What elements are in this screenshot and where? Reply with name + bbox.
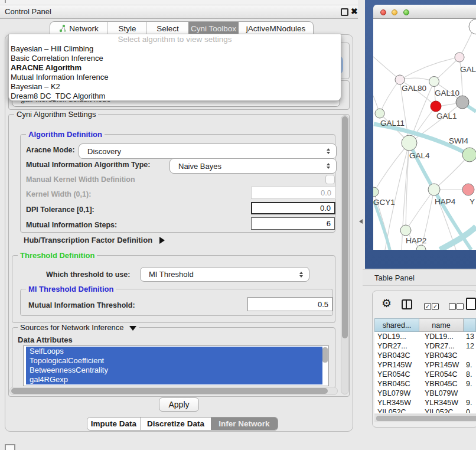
svg-text:GAL4: GAL4 — [409, 151, 430, 160]
dropdown-item[interactable]: Bayesian – Hill Climbing — [9, 44, 341, 54]
table-row[interactable]: YBR043CYBR043C — [374, 351, 476, 360]
node-gal2 — [455, 53, 464, 62]
float-panel-icon[interactable] — [5, 444, 15, 450]
table-row[interactable]: YIL052CYIL052C0. — [374, 407, 476, 413]
column-header-third[interactable] — [464, 318, 476, 332]
deselect-checkbox-icon[interactable] — [449, 303, 456, 310]
data-attributes-list[interactable]: SelfLoops TopologicalCoefficient Between… — [23, 345, 329, 386]
which-threshold-label: Which threshold to use: — [46, 270, 130, 279]
close-window-icon[interactable] — [380, 9, 386, 15]
tab-network[interactable]: Network — [50, 22, 107, 35]
dpi-tolerance-field[interactable]: 0.0 — [251, 202, 335, 214]
tab-discretize-data-label: Discretize Data — [147, 419, 204, 428]
tab-select[interactable]: Select — [146, 22, 188, 35]
svg-text:GCY1: GCY1 — [373, 198, 395, 207]
kernel-width-field[interactable]: 0.0 — [251, 187, 335, 199]
node-gal11 — [375, 109, 384, 118]
manual-kernel-checkbox[interactable] — [325, 175, 335, 184]
node — [469, 19, 476, 34]
which-threshold-combo[interactable]: MI Threshold — [140, 267, 309, 282]
svg-text:GAL: GAL — [460, 65, 476, 74]
node-labels: GAL GAL80 GAL10 GAL1 GAL11 SWI4 GAL4 GCY… — [373, 65, 476, 245]
screenshot-root: Control Panel ✖ Network Style Select Cyn… — [0, 0, 476, 450]
splitter-collapse-icon[interactable] — [359, 219, 363, 224]
network-window-titlebar[interactable] — [373, 5, 476, 19]
collapse-down-icon — [129, 326, 136, 331]
network-canvas[interactable]: GAL GAL80 GAL10 GAL1 GAL11 SWI4 GAL4 GCY… — [373, 19, 476, 250]
list-item[interactable]: gal4RGexp — [26, 375, 322, 384]
table-hscrollbar-thumb[interactable] — [376, 416, 476, 421]
float-window-icon[interactable] — [341, 8, 348, 16]
table-row[interactable]: YDR27...YDR27...12 — [374, 341, 476, 351]
table-row[interactable]: YBL079WYBL079W — [374, 389, 476, 398]
tab-impute-data[interactable]: Impute Data — [87, 418, 140, 430]
column-header-shared-label: shared... — [383, 321, 412, 330]
list-item[interactable]: SelfLoops — [26, 347, 322, 356]
mi-threshold-title: MI Threshold Definition — [26, 285, 116, 294]
node-salmon — [462, 184, 474, 195]
minimize-window-icon[interactable] — [392, 9, 397, 15]
table-row[interactable]: YBR045CYBR045C9. — [374, 379, 476, 389]
dropdown-item-selected[interactable]: ARACNE Algorithm — [9, 63, 341, 73]
tab-jactivemnodules[interactable]: jActiveMNodules — [239, 22, 313, 35]
table-row[interactable]: YER054CYER054C8. — [374, 370, 476, 379]
mi-threshold-field[interactable]: 0.5 — [247, 297, 332, 311]
tab-cyni-toolbox[interactable]: Cyni Toolbox — [188, 22, 239, 35]
combo-arrows-icon — [299, 272, 303, 278]
column-header-name[interactable]: name — [419, 318, 464, 332]
sources-title-row[interactable]: Sources for Network Inference — [18, 323, 139, 332]
table-panel-title: Table Panel — [374, 273, 415, 282]
aracne-mode-value: Discovery — [87, 144, 121, 158]
tab-infer-network[interactable]: Infer Network — [211, 418, 278, 430]
deselect-checkbox-icon2[interactable] — [457, 303, 464, 310]
tab-infer-network-label: Infer Network — [219, 419, 269, 428]
data-attributes-label: Data Attributes — [18, 335, 73, 344]
node-hap2 — [400, 225, 411, 236]
mi-steps-field[interactable]: 6 — [251, 217, 335, 230]
dropdown-item[interactable]: Basic Correlation Inference — [9, 54, 341, 63]
new-table-icon[interactable] — [466, 298, 476, 310]
table-row[interactable]: YLR345WYLR345W9. — [374, 398, 476, 407]
table-header-row: shared... name — [374, 318, 476, 332]
tab-cyni-toolbox-label: Cyni Toolbox — [191, 24, 236, 33]
select-all-checkbox-icon[interactable]: ✓ — [424, 303, 431, 310]
control-panel-tabbar: Network Style Select Cyni Toolbox jActiv… — [50, 21, 314, 35]
mi-steps-label: Mutual Information Steps: — [26, 221, 117, 229]
svg-text:GAL10: GAL10 — [435, 89, 459, 97]
dropdown-item[interactable]: Bayesian – K2 — [9, 82, 341, 92]
select-all-checkbox-icon2[interactable]: ✓ — [432, 303, 439, 310]
list-item[interactable]: TopologicalCoefficient — [26, 356, 322, 366]
close-panel-icon[interactable]: ✖ — [351, 6, 358, 16]
hub-definition-toggle[interactable]: Hub/Transcription Factor Definition — [24, 236, 165, 244]
list-item[interactable]: BetweennessCentrality — [26, 366, 322, 375]
node-hap4 — [428, 184, 440, 195]
node-gal4 — [402, 135, 417, 151]
kernel-width-label: Kernel Width (0,1): — [26, 190, 91, 198]
mi-type-value: Naive Bayes — [178, 159, 221, 173]
settings-vscrollbar-thumb[interactable] — [342, 116, 348, 338]
table-row[interactable]: YDL19...YDL19...13 — [374, 332, 476, 341]
apply-button-label: Apply — [168, 400, 189, 409]
apply-button[interactable]: Apply — [159, 397, 199, 412]
tab-style[interactable]: Style — [107, 22, 146, 35]
sources-title: Sources for Network Inference — [20, 323, 124, 332]
aracne-mode-label: Aracne Mode: — [26, 146, 75, 154]
column-header-shared[interactable]: shared... — [374, 318, 419, 332]
zoom-window-icon[interactable] — [403, 9, 409, 15]
columns-icon[interactable] — [402, 299, 412, 309]
mi-type-combo[interactable]: Naive Bayes — [169, 158, 337, 174]
dropdown-item[interactable]: Mutual Information Inference — [9, 73, 341, 82]
svg-text:GAL11: GAL11 — [380, 119, 405, 128]
dropdown-item[interactable]: Dream8 DC_TDC Algorithm — [9, 92, 341, 101]
table-toolbar: ⚙ ✓ ✓ — [372, 295, 476, 314]
tab-discretize-data[interactable]: Discretize Data — [140, 418, 211, 430]
settings-hscrollbar-thumb[interactable] — [11, 388, 328, 394]
aracne-mode-combo[interactable]: Discovery — [79, 144, 337, 159]
top-strip — [0, 0, 358, 5]
algorithm-dropdown: Select algorithm to view settings Bayesi… — [8, 34, 341, 101]
table-row[interactable]: YPR145WYPR145W9. — [374, 360, 476, 370]
manual-kernel-label: Manual Kernel Width Definition — [26, 175, 135, 184]
list-vscrollbar-thumb[interactable] — [322, 347, 328, 363]
gear-icon[interactable]: ⚙ — [382, 296, 392, 310]
column-header-name-label: name — [432, 321, 450, 330]
